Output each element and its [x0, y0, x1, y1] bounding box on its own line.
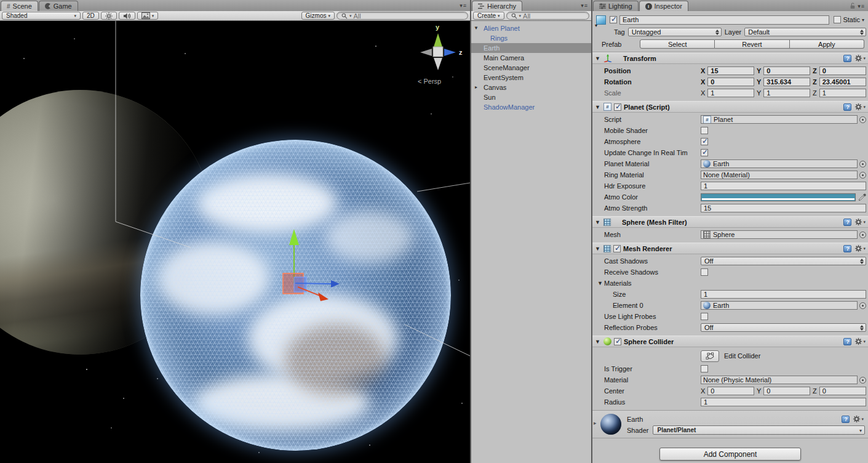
hierarchy-item-eventsystem[interactable]: EventSystem — [471, 73, 591, 83]
help-icon[interactable]: ? — [842, 416, 850, 423]
scene-panel-menu-icon[interactable]: ▾≡ — [456, 2, 470, 9]
object-picker-icon[interactable] — [859, 232, 866, 238]
create-dropdown[interactable]: Create ▾ — [473, 12, 504, 20]
rotation-y-field[interactable]: 315.634 — [763, 78, 810, 86]
component-enabled-checkbox[interactable] — [613, 245, 621, 252]
hierarchy-item-earth[interactable]: Earth — [471, 43, 591, 53]
foldout-open-icon[interactable]: ▼ — [595, 339, 601, 345]
scale-z-field[interactable]: 1 — [819, 89, 866, 97]
planet-script-header[interactable]: ▼ # Planet (Script) ? ▾ — [592, 101, 868, 113]
shading-mode-dropdown[interactable]: Shaded ▾ — [2, 12, 81, 20]
center-y-field[interactable]: 0 — [763, 387, 810, 395]
inspector-lock-and-menu[interactable]: ▾≡ — [846, 2, 868, 9]
scene-effects-dropdown[interactable]: ▾ — [137, 12, 159, 20]
gear-icon[interactable]: ▾ — [853, 415, 864, 423]
foldout-open-icon[interactable]: ▼ — [595, 55, 601, 62]
receive-shadows-checkbox[interactable] — [701, 268, 708, 276]
atmo-color-swatch[interactable] — [701, 193, 856, 201]
hierarchy-item-main-camera[interactable]: Main Camera — [471, 53, 591, 63]
foldout-closed-icon[interactable]: ▸ — [594, 420, 600, 426]
gameobject-cube-icon[interactable] — [596, 15, 606, 25]
foldout-open-icon[interactable]: ▼ — [595, 219, 601, 225]
scale-y-field[interactable]: 1 — [763, 89, 810, 97]
atmosphere-checkbox[interactable] — [701, 138, 708, 145]
transform-header[interactable]: ▼ Transform ? ▾ — [592, 52, 868, 64]
shader-dropdown[interactable]: Planet/Planet ▾ — [653, 425, 865, 435]
component-enabled-checkbox[interactable] — [614, 103, 621, 111]
materials-size-field[interactable]: 1 — [701, 290, 866, 299]
gear-icon[interactable]: ▾ — [854, 218, 866, 226]
scene-viewport[interactable]: y z < Persp — [0, 21, 470, 463]
help-icon[interactable]: ? — [843, 103, 851, 111]
scene-lighting-toggle[interactable] — [101, 12, 117, 20]
prefab-select-button[interactable]: Select — [640, 39, 715, 49]
mesh-filter-header[interactable]: ▼ Sphere (Mesh Filter) ? ▾ — [592, 216, 868, 228]
mesh-object-field[interactable]: Sphere — [701, 230, 858, 239]
scale-x-field[interactable]: 1 — [707, 89, 754, 97]
hierarchy-item-rings[interactable]: Rings — [471, 33, 591, 43]
mobile-shader-checkbox[interactable] — [701, 127, 708, 134]
prefab-revert-button[interactable]: Revert — [715, 39, 789, 49]
materials-foldout-row[interactable]: ▼ Materials — [592, 278, 868, 289]
foldout-open-icon[interactable]: ▼ — [474, 25, 479, 31]
tab-scene[interactable]: # Scene — [1, 1, 38, 11]
object-picker-icon[interactable] — [859, 172, 866, 179]
add-component-button[interactable]: Add Component — [659, 448, 801, 461]
2d-toggle-button[interactable]: 2D — [82, 12, 99, 20]
scene-orientation-gizmo[interactable]: y z < Persp — [408, 22, 466, 91]
foldout-open-icon[interactable]: ▼ — [595, 104, 601, 110]
hierarchy-item-scenemanager[interactable]: SceneManager — [471, 63, 591, 73]
tab-game[interactable]: Game — [39, 1, 78, 11]
cast-shadows-dropdown[interactable]: Off — [701, 257, 866, 265]
hierarchy-item-alien-planet[interactable]: ▼ Alien Planet — [471, 23, 591, 33]
position-x-field[interactable]: 15 — [707, 66, 754, 75]
layer-dropdown[interactable]: Default — [744, 28, 866, 36]
gameobject-name-field[interactable] — [619, 15, 829, 25]
center-z-field[interactable]: 0 — [819, 387, 866, 395]
update-change-checkbox[interactable] — [701, 149, 708, 156]
help-icon[interactable]: ? — [843, 338, 851, 345]
ring-material-field[interactable]: None (Material) — [701, 171, 858, 179]
radius-field[interactable]: 1 — [701, 398, 866, 406]
static-dropdown-icon[interactable]: ▾ — [862, 17, 864, 23]
help-icon[interactable]: ? — [843, 219, 851, 226]
foldout-open-icon[interactable]: ▼ — [597, 280, 604, 286]
gear-icon[interactable]: ▾ — [854, 54, 866, 62]
scene-audio-toggle[interactable] — [119, 12, 135, 20]
hdr-exposure-field[interactable]: 1 — [701, 182, 866, 190]
rotation-x-field[interactable]: 0 — [707, 78, 754, 86]
edit-collider-button[interactable] — [701, 350, 719, 362]
lock-open-icon[interactable] — [850, 2, 856, 9]
atmo-strength-field[interactable]: 15 — [701, 204, 866, 212]
center-x-field[interactable]: 0 — [707, 387, 754, 395]
gear-icon[interactable]: ▾ — [854, 103, 866, 111]
active-checkbox[interactable] — [610, 16, 617, 23]
object-picker-icon[interactable] — [859, 161, 866, 167]
position-z-field[interactable]: 0 — [819, 66, 866, 75]
hierarchy-item-shadowmanager[interactable]: ShadowManager — [471, 102, 591, 112]
mesh-renderer-header[interactable]: ▼ Mesh Renderer ? ▾ — [592, 243, 868, 254]
material-thumbnail[interactable] — [600, 414, 621, 435]
tab-hierarchy[interactable]: Hierarchy — [472, 1, 522, 11]
hierarchy-search-input[interactable]: ▾ All — [506, 12, 589, 20]
gizmos-dropdown[interactable]: Gizmos ▾ — [301, 12, 335, 20]
earth-planet-object[interactable] — [140, 140, 451, 451]
inspector-menu-icon[interactable]: ▾≡ — [858, 3, 865, 9]
foldout-closed-icon[interactable]: ▸ — [475, 84, 477, 90]
planet-material-field[interactable]: Earth — [701, 159, 858, 168]
physic-material-field[interactable]: None (Physic Material) — [701, 376, 858, 384]
script-object-field[interactable]: #Planet — [701, 115, 858, 124]
prefab-apply-button[interactable]: Apply — [790, 39, 864, 49]
foldout-open-icon[interactable]: ▼ — [595, 246, 601, 252]
tab-inspector[interactable]: i Inspector — [639, 1, 688, 11]
use-light-probes-checkbox[interactable] — [701, 313, 708, 320]
object-picker-icon[interactable] — [859, 377, 866, 384]
hierarchy-item-sun[interactable]: Sun — [471, 92, 591, 102]
tab-lighting[interactable]: Lighting — [593, 1, 639, 11]
component-enabled-checkbox[interactable] — [614, 338, 621, 345]
help-icon[interactable]: ? — [843, 245, 851, 252]
position-y-field[interactable]: 0 — [763, 66, 810, 75]
gear-icon[interactable]: ▾ — [854, 244, 866, 252]
eyedropper-icon[interactable] — [858, 193, 866, 201]
hierarchy-item-canvas[interactable]: ▸ Canvas — [471, 83, 591, 92]
